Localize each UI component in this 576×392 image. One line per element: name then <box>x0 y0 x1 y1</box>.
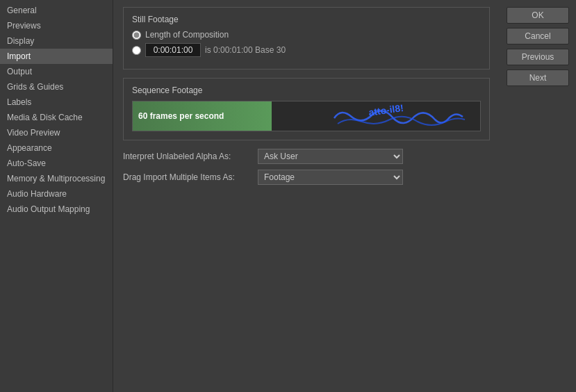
still-footage-section: Still Footage Length of Composition 0:00… <box>123 7 490 70</box>
interpret-alpha-row: Interpret Unlabeled Alpha As: Ask User I… <box>123 149 490 164</box>
sidebar-item-video-preview[interactable]: Video Preview <box>0 125 113 140</box>
fps-label: 60 frames per second <box>138 111 224 121</box>
still-footage-radio-row-2: 0:00:01:00 is 0:00:01:00 Base 30 <box>132 43 481 57</box>
drag-import-select[interactable]: Footage Composition Composition - Retain… <box>258 170 403 185</box>
content-area: Still Footage Length of Composition 0:00… <box>123 7 490 190</box>
ok-button[interactable]: OK <box>507 7 569 24</box>
sequence-footage-section: Sequence Footage 60 frames per second at… <box>123 78 490 140</box>
sidebar-item-grids-guides[interactable]: Grids & Guides <box>0 79 113 95</box>
still-footage-label: Still Footage <box>132 15 481 24</box>
still-footage-option1-label: Length of Composition <box>145 30 229 40</box>
sidebar-item-display[interactable]: Display <box>0 33 113 49</box>
timecode-input[interactable]: 0:00:01:00 <box>145 43 201 57</box>
sequence-footage-bar[interactable]: 60 frames per second atto-il8! <box>132 101 481 131</box>
interpret-alpha-select[interactable]: Ask User Ignore Straight - Unmatted Prem… <box>258 149 403 164</box>
sidebar-item-appearance[interactable]: Appearance <box>0 140 113 156</box>
svg-text:atto-il8!: atto-il8! <box>368 104 404 118</box>
sidebar: General Previews Display Import Output G… <box>0 0 113 392</box>
sequence-footage-label: Sequence Footage <box>132 85 481 95</box>
next-button[interactable]: Next <box>507 70 569 86</box>
sidebar-item-audio-output-mapping[interactable]: Audio Output Mapping <box>0 202 113 217</box>
sidebar-item-previews[interactable]: Previews <box>0 18 113 33</box>
sidebar-item-auto-save[interactable]: Auto-Save <box>0 156 113 171</box>
sidebar-item-import[interactable]: Import <box>0 49 113 64</box>
main-panel: OK Cancel Previous Next Still Footage Le… <box>113 0 576 392</box>
sidebar-item-media-disk-cache[interactable]: Media & Disk Cache <box>0 110 113 125</box>
previous-button[interactable]: Previous <box>507 49 569 65</box>
sidebar-item-general[interactable]: General <box>0 3 113 18</box>
cancel-button[interactable]: Cancel <box>507 28 569 44</box>
sidebar-item-labels[interactable]: Labels <box>0 95 113 110</box>
timecode-suffix: is 0:00:01:00 Base 30 <box>205 45 286 55</box>
drag-import-label: Drag Import Multiple Items As: <box>123 172 254 182</box>
still-footage-radio-row-1: Length of Composition <box>132 30 481 40</box>
sidebar-item-memory-multiprocessing[interactable]: Memory & Multiprocessing <box>0 171 113 186</box>
scribble-annotation: atto-il8! <box>327 104 466 131</box>
drag-import-row: Drag Import Multiple Items As: Footage C… <box>123 170 490 185</box>
sidebar-item-audio-hardware[interactable]: Audio Hardware <box>0 186 113 202</box>
interpret-alpha-label: Interpret Unlabeled Alpha As: <box>123 152 254 161</box>
button-panel: OK Cancel Previous Next <box>507 7 569 86</box>
still-footage-radio-composition[interactable] <box>132 31 141 40</box>
sidebar-item-output[interactable]: Output <box>0 64 113 79</box>
still-footage-radio-timecode[interactable] <box>132 46 141 55</box>
